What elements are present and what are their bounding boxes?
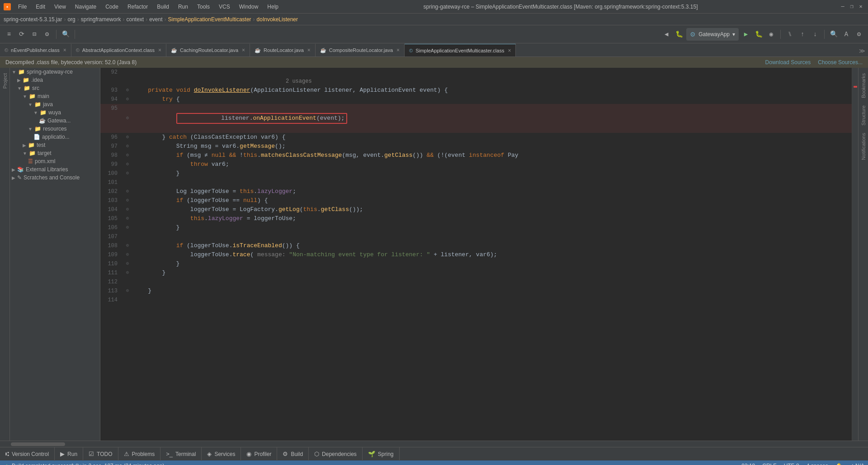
tab-nEventPublisher[interactable]: © nEventPublisher.class × xyxy=(0,44,71,56)
line-ending[interactable]: CRLF xyxy=(762,463,776,465)
tab-close[interactable]: × xyxy=(396,47,400,53)
breadcrumb-jar[interactable]: spring-context-5.3.15.jar xyxy=(4,16,62,23)
debug-button[interactable]: 🐛 xyxy=(753,29,764,40)
tab-overflow[interactable]: ≫ xyxy=(856,46,868,56)
tab-CompositeRouteLocator[interactable]: ☕ CompositeRouteLocator.java × xyxy=(316,44,405,56)
breadcrumb-springframework[interactable]: springframework xyxy=(81,16,121,23)
tab-CachingRouteLocator[interactable]: ☕ CachingRouteLocator.java × xyxy=(166,44,250,56)
sidebar-item-java[interactable]: ▼ 📁 java xyxy=(10,100,100,108)
encoding[interactable]: UTF-8 xyxy=(784,463,799,465)
toolbar-pull-btn[interactable]: ↓ xyxy=(810,29,821,40)
toolbar-vcs-btn[interactable]: ⑊ xyxy=(784,29,795,40)
minimize-button[interactable]: — xyxy=(839,3,846,10)
toolbar-project-btn[interactable]: ≡ xyxy=(4,29,14,40)
sidebar-item-idea[interactable]: ▶ 📁 .idea xyxy=(10,76,100,84)
window-title: spring-gateway-rce – SimpleApplicationEv… xyxy=(282,4,839,10)
toolbar-push-btn[interactable]: ↑ xyxy=(797,29,808,40)
toolbar-debug-btn[interactable]: 🐛 xyxy=(674,29,684,40)
menu-help[interactable]: Help xyxy=(264,3,282,11)
choose-sources-link[interactable]: Choose Sources... xyxy=(818,59,863,66)
scrollbar-thumb[interactable] xyxy=(11,442,65,446)
tab-close[interactable]: × xyxy=(508,47,511,54)
sidebar-item-target[interactable]: ▼ 📁 target xyxy=(10,149,100,157)
line-number: 100 xyxy=(100,169,123,178)
menu-vcs[interactable]: VCS xyxy=(215,3,234,11)
sidebar-item-root[interactable]: ▼ 📁 spring-gateway-rce xyxy=(10,68,100,76)
menu-navigate[interactable]: Navigate xyxy=(71,3,100,11)
toolbar-collapse-btn[interactable]: ⊟ xyxy=(29,29,40,40)
download-sources-link[interactable]: Download Sources xyxy=(765,59,811,66)
line-content: throw var6; xyxy=(132,160,852,169)
menu-code[interactable]: Code xyxy=(102,3,122,11)
sidebar-label: java xyxy=(43,101,53,108)
menu-refactor[interactable]: Refactor xyxy=(124,3,151,11)
bottom-tab-todo[interactable]: ☑ TODO xyxy=(83,447,118,461)
horizontal-scrollbar[interactable] xyxy=(0,441,868,447)
breadcrumb-class[interactable]: SimpleApplicationEventMulticaster xyxy=(168,16,251,23)
table-row: 92 xyxy=(100,68,852,77)
line-gutter: ⊙ xyxy=(123,205,132,214)
bottom-tab-services[interactable]: ◈ Services xyxy=(202,447,241,461)
toolbar-translate-btn[interactable]: A xyxy=(841,29,852,40)
sidebar-item-scratches[interactable]: ▶ ✎ Scratches and Console xyxy=(10,174,100,182)
toolbar-settings-btn[interactable]: ⚙ xyxy=(42,29,52,40)
breadcrumb-event[interactable]: event xyxy=(149,16,162,23)
bottom-tab-spring[interactable]: 🌱 Spring xyxy=(363,447,400,461)
bottom-tab-profiler[interactable]: ◉ Profiler xyxy=(241,447,277,461)
sidebar-item-src[interactable]: ▼ 📁 src xyxy=(10,84,100,92)
breadcrumb-context[interactable]: context xyxy=(126,16,144,23)
tab-close[interactable]: × xyxy=(63,47,66,53)
bottom-tab-version-control[interactable]: ⑆ Version Control xyxy=(0,447,55,461)
sidebar-item-test[interactable]: ▶ 📁 test xyxy=(10,141,100,149)
sidebar-item-main[interactable]: ▼ 📁 main xyxy=(10,92,100,100)
close-button[interactable]: ✕ xyxy=(857,3,864,10)
notifications-tab[interactable]: Notifications xyxy=(859,129,868,164)
sidebar-item-application[interactable]: 📄 applicatio... xyxy=(10,133,100,141)
bottom-tab-problems[interactable]: ⚠ Problems xyxy=(118,447,161,461)
sidebar-item-external-libraries[interactable]: ▶ 📚 External Libraries xyxy=(10,165,100,174)
bookmarks-tab[interactable]: Bookmarks xyxy=(859,70,868,102)
toolbar-sync-btn[interactable]: ⟳ xyxy=(16,29,27,40)
maximize-button[interactable]: ❐ xyxy=(848,3,855,10)
bottom-tab-dependencies[interactable]: ⬡ Dependencies xyxy=(309,447,363,461)
sidebar-label: pom.xml xyxy=(35,158,55,164)
toolbar-search2-btn[interactable]: 🔍 xyxy=(828,29,839,40)
cursor-position[interactable]: 93:18 xyxy=(741,463,755,465)
menu-file[interactable]: File xyxy=(14,3,30,11)
sidebar-item-wuya[interactable]: ▼ 📁 wuya xyxy=(10,108,100,117)
project-tab[interactable]: Project xyxy=(1,70,9,92)
tab-SimpleApplicationEventMulticaster[interactable]: © SimpleApplicationEventMulticaster.clas… xyxy=(405,44,516,56)
run-config[interactable]: ⚙ GatewayApp ▾ xyxy=(686,28,739,41)
breadcrumb-method[interactable]: doInvokeListener xyxy=(257,16,298,23)
sidebar-item-resources[interactable]: ▼ 📁 resources xyxy=(10,125,100,133)
tab-close[interactable]: × xyxy=(158,47,161,53)
line-content xyxy=(132,232,852,241)
profile-button[interactable]: ◉ xyxy=(766,29,777,40)
menu-edit[interactable]: Edit xyxy=(32,3,49,11)
breadcrumb-org[interactable]: org xyxy=(67,16,75,23)
toolbar-search-btn[interactable]: 🔍 xyxy=(60,29,71,40)
menu-build[interactable]: Build xyxy=(153,3,173,11)
menu-tools[interactable]: Tools xyxy=(193,3,213,11)
run-button[interactable]: ▶ xyxy=(741,29,751,40)
menu-run[interactable]: Run xyxy=(175,3,192,11)
menu-view[interactable]: View xyxy=(51,3,70,11)
tab-RouteLocator[interactable]: ☕ RouteLocator.java × xyxy=(250,44,316,56)
bottom-tab-terminal[interactable]: >_ Terminal xyxy=(160,447,202,461)
tab-icon: ☕ xyxy=(320,47,326,53)
toolbar-run-prev-btn[interactable]: ◀ xyxy=(661,29,672,40)
tab-close[interactable]: × xyxy=(307,47,311,53)
indent-settings[interactable]: 4 spaces xyxy=(807,463,828,465)
sidebar-item-gateway[interactable]: ☕ Gatewa... xyxy=(10,117,100,125)
code-editor[interactable]: 92 2 usages 93 ⊙ private void doInvokeLi… xyxy=(100,68,852,441)
table-row: 97 ⊙ String msg = var6.getMessage(); xyxy=(100,142,852,151)
tab-AbstractApplicationContext[interactable]: © AbstractApplicationContext.class × xyxy=(71,44,166,56)
run-config-arrow: ▾ xyxy=(732,31,735,38)
bottom-tab-run[interactable]: ▶ Run xyxy=(55,447,83,461)
structure-tab[interactable]: Structure xyxy=(859,102,868,129)
tab-close[interactable]: × xyxy=(242,47,245,53)
menu-window[interactable]: Window xyxy=(236,3,262,11)
toolbar-more-btn[interactable]: ⚙ xyxy=(854,29,864,40)
bottom-tab-build[interactable]: ⚙ Build xyxy=(277,447,309,461)
sidebar-item-pom[interactable]: ☰ pom.xml xyxy=(10,157,100,165)
